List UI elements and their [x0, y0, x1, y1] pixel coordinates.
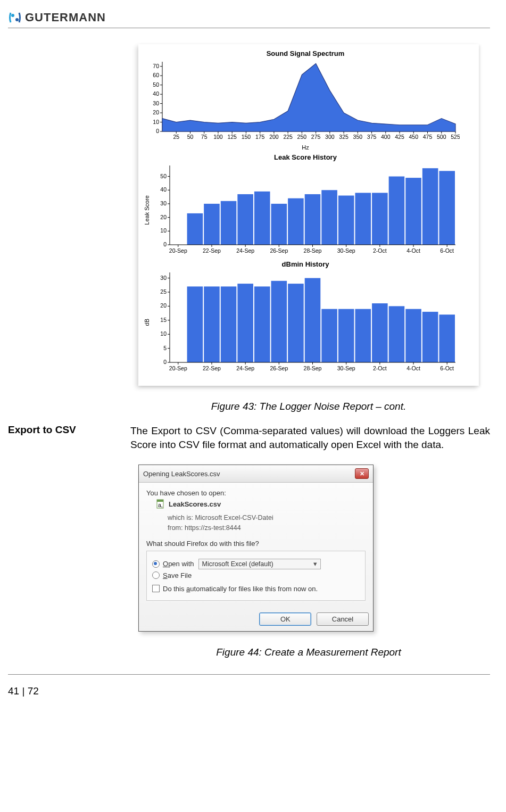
svg-text:525: 525 [451, 134, 460, 140]
svg-rect-74 [187, 213, 203, 245]
svg-text:150: 150 [242, 134, 251, 140]
svg-text:50: 50 [153, 81, 159, 88]
svg-rect-127 [237, 284, 253, 362]
svg-text:26-Sep: 26-Sep [270, 247, 288, 254]
svg-text:350: 350 [353, 134, 363, 140]
svg-text:30-Sep: 30-Sep [337, 365, 355, 371]
chart-dbmin-title: dBmin History [144, 260, 467, 268]
label-open-with[interactable]: Open with [163, 560, 194, 568]
svg-text:30-Sep: 30-Sep [337, 247, 355, 254]
svg-rect-128 [254, 286, 270, 362]
svg-text:0: 0 [163, 241, 167, 247]
svg-rect-85 [372, 193, 388, 245]
chart-dbmin-ylabel: dB [144, 319, 150, 326]
svg-text:450: 450 [409, 134, 419, 140]
svg-point-0 [11, 14, 14, 17]
svg-text:425: 425 [395, 134, 404, 140]
chart-spectrum-svg: 0102030405060702550751001251501752002252… [144, 59, 460, 141]
svg-rect-130 [288, 284, 304, 362]
chart-spectrum-xlabel: Hz [144, 144, 467, 151]
svg-text:22-Sep: 22-Sep [203, 247, 221, 254]
svg-text:300: 300 [325, 134, 335, 140]
svg-text:28-Sep: 28-Sep [304, 365, 322, 371]
svg-text:30: 30 [160, 200, 167, 206]
svg-text:50: 50 [160, 173, 167, 179]
dialog-whichis-label: which is: [168, 514, 193, 521]
svg-text:70: 70 [153, 63, 159, 69]
svg-text:25: 25 [173, 134, 179, 140]
chart-leakscore-ylabel: Leak Score [144, 195, 150, 225]
svg-rect-82 [321, 190, 337, 245]
svg-text:20: 20 [160, 214, 167, 220]
svg-rect-79 [271, 204, 287, 245]
svg-text:0: 0 [163, 359, 167, 365]
logo-icon [8, 11, 22, 24]
svg-text:0: 0 [156, 128, 159, 134]
svg-text:15: 15 [160, 317, 167, 323]
svg-text:24-Sep: 24-Sep [236, 247, 254, 254]
svg-text:28-Sep: 28-Sep [304, 247, 322, 254]
svg-text:20: 20 [153, 109, 159, 115]
svg-text:4-Oct: 4-Oct [407, 365, 420, 371]
svg-text:4-Oct: 4-Oct [407, 247, 420, 254]
page-footer: 41 | 72 [8, 674, 490, 697]
svg-text:60: 60 [153, 72, 159, 78]
svg-rect-129 [271, 281, 287, 362]
dialog-title: Opening LeakScores.csv [143, 470, 220, 478]
figure-43-caption: Figure 43: The Logger Noise Report – con… [138, 401, 479, 412]
cancel-button[interactable]: Cancel [317, 612, 369, 626]
svg-rect-88 [422, 168, 438, 245]
label-save-file[interactable]: Save File [163, 571, 192, 579]
section-export-csv: Export to CSV The Export to CSV (Comma-s… [8, 424, 490, 451]
svg-text:20-Sep: 20-Sep [169, 365, 187, 371]
svg-text:500: 500 [437, 134, 446, 140]
svg-text:2-Oct: 2-Oct [373, 365, 387, 371]
svg-text:400: 400 [381, 134, 391, 140]
page-header: GUTERMANN [8, 11, 490, 28]
dialog-options-frame: Open with Microsoft Excel (default) Save… [146, 551, 366, 601]
label-auto[interactable]: Do this automatically for files like thi… [163, 585, 318, 593]
select-application[interactable]: Microsoft Excel (default) [198, 559, 321, 569]
svg-rect-80 [288, 198, 304, 245]
svg-text:75: 75 [201, 134, 208, 140]
dialog-intro: You have chosen to open: [146, 489, 366, 497]
chart-dbmin-svg: 05101520253020-Sep22-Sep24-Sep26-Sep28-S… [151, 269, 460, 373]
radio-save-file[interactable] [152, 571, 160, 579]
svg-point-1 [15, 18, 19, 21]
svg-text:250: 250 [297, 134, 307, 140]
dialog-close-button[interactable]: ✕ [355, 468, 369, 479]
svg-text:5: 5 [163, 345, 167, 351]
svg-rect-125 [204, 286, 220, 362]
svg-text:20-Sep: 20-Sep [169, 247, 187, 254]
ok-button[interactable]: OK [259, 612, 311, 626]
chart-dbmin: dBmin History dB 05101520253020-Sep22-Se… [144, 260, 467, 375]
svg-rect-126 [221, 286, 237, 362]
svg-rect-138 [422, 312, 438, 362]
svg-rect-131 [305, 278, 321, 362]
dialog-from-label: from: [168, 524, 183, 532]
svg-text:6-Oct: 6-Oct [440, 365, 454, 371]
svg-rect-133 [338, 309, 354, 362]
radio-open-with[interactable] [152, 560, 160, 568]
svg-rect-78 [254, 192, 270, 245]
svg-text:125: 125 [227, 134, 237, 140]
svg-rect-89 [439, 171, 455, 245]
brand-logo: GUTERMANN [8, 11, 106, 24]
svg-text:20: 20 [160, 302, 167, 309]
svg-rect-134 [355, 309, 371, 362]
svg-text:175: 175 [255, 134, 265, 140]
svg-rect-135 [372, 303, 388, 362]
checkbox-auto[interactable] [152, 585, 160, 592]
dialog-question: What should Firefox do with this file? [146, 540, 366, 548]
svg-rect-86 [389, 177, 405, 245]
svg-rect-81 [305, 194, 321, 245]
svg-text:100: 100 [213, 134, 223, 140]
svg-text:475: 475 [423, 134, 433, 140]
svg-rect-83 [338, 196, 354, 245]
svg-text:30: 30 [153, 100, 159, 106]
svg-rect-84 [355, 193, 371, 245]
svg-text:10: 10 [160, 330, 167, 337]
svg-rect-132 [321, 309, 337, 362]
svg-text:a,: a, [158, 502, 163, 508]
svg-text:2-Oct: 2-Oct [373, 247, 387, 254]
